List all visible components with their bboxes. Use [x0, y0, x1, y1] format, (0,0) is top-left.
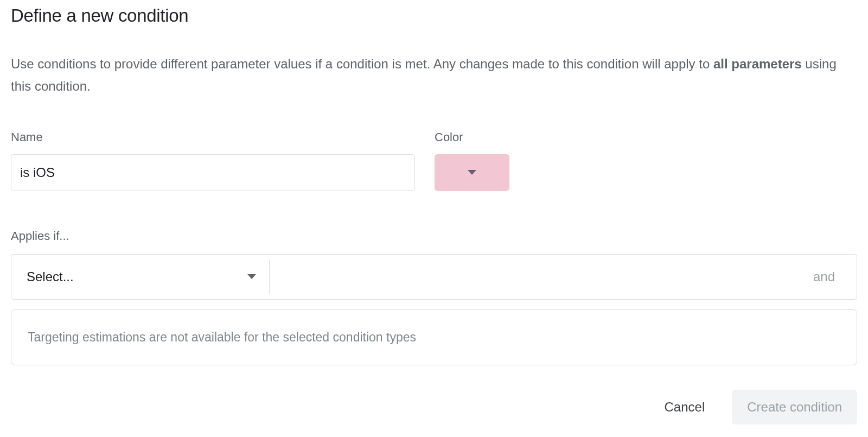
- condition-select[interactable]: Select...: [11, 255, 269, 299]
- color-label: Color: [435, 130, 509, 144]
- chevron-down-icon: [247, 274, 256, 279]
- targeting-info-box: Targeting estimations are not available …: [11, 309, 857, 365]
- button-row: Cancel Create condition: [11, 390, 857, 425]
- description-prefix: Use conditions to provide different para…: [11, 56, 713, 71]
- name-group: Name: [11, 130, 415, 191]
- and-operator-button[interactable]: and: [813, 255, 857, 299]
- form-row: Name Color: [11, 130, 857, 191]
- cancel-button[interactable]: Cancel: [660, 393, 710, 421]
- applies-if-label: Applies if...: [11, 229, 857, 243]
- color-swatch-selector[interactable]: [435, 154, 509, 191]
- condition-select-text: Select...: [27, 269, 74, 284]
- chevron-down-icon: [468, 170, 476, 175]
- create-condition-button[interactable]: Create condition: [732, 390, 857, 425]
- description-text: Use conditions to provide different para…: [11, 53, 857, 98]
- condition-value-area: [270, 255, 813, 299]
- name-input[interactable]: [11, 154, 415, 191]
- color-group: Color: [435, 130, 509, 191]
- condition-row: Select... and: [11, 254, 857, 300]
- targeting-info-text: Targeting estimations are not available …: [28, 330, 840, 345]
- description-bold: all parameters: [713, 56, 802, 71]
- name-label: Name: [11, 130, 415, 144]
- page-title: Define a new condition: [11, 5, 857, 26]
